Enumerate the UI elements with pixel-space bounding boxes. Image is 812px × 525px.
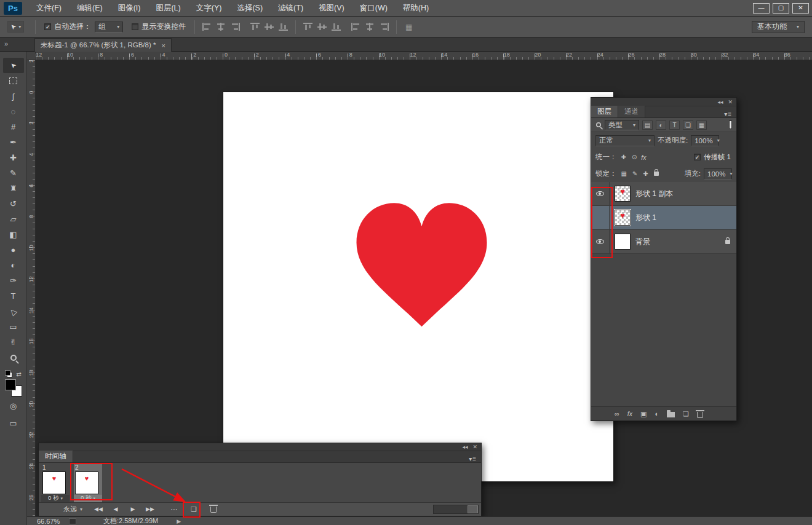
tool-preset-button[interactable]: ➤ ▾ xyxy=(7,21,24,33)
align-vertical-centers-icon[interactable] xyxy=(263,20,276,33)
frame-2[interactable]: 2 0 秒 xyxy=(74,464,102,502)
maximize-button[interactable]: ▢ xyxy=(773,3,789,14)
menu-view[interactable]: 视图(V) xyxy=(313,1,350,15)
next-frame-button[interactable]: ▶▶ xyxy=(143,506,157,512)
layer-mask-icon[interactable]: ▣ xyxy=(640,410,647,418)
menu-type[interactable]: 文字(Y) xyxy=(191,1,228,15)
blend-mode-dropdown[interactable]: 正常 xyxy=(595,135,655,146)
menu-window[interactable]: 窗口(W) xyxy=(354,1,393,15)
menu-select[interactable]: 选择(S) xyxy=(231,1,268,15)
panel-collapse-icon[interactable]: ◂◂ xyxy=(717,99,723,105)
horizontal-type-tool[interactable]: T xyxy=(3,288,24,304)
lock-pixels-icon[interactable]: ✎ xyxy=(632,170,637,177)
tab-close-icon[interactable]: × xyxy=(161,42,165,49)
workspace-switcher[interactable]: 基本功能 xyxy=(752,21,805,33)
menu-layer[interactable]: 图层(L) xyxy=(150,1,186,15)
app-logo[interactable]: Ps xyxy=(4,2,22,15)
gradient-tool[interactable]: ◧ xyxy=(3,227,24,242)
layer-filter-toggle[interactable] xyxy=(729,120,732,129)
layer-row-shape1-copy[interactable]: 形状 1 副本 xyxy=(591,182,736,206)
unify-style-icon[interactable]: fx xyxy=(641,154,646,161)
layer-visibility-toggle[interactable] xyxy=(591,230,610,253)
new-group-icon[interactable] xyxy=(667,412,675,417)
distribute-left-edges-icon[interactable] xyxy=(349,20,362,33)
auto-align-layers-icon[interactable]: ▦ xyxy=(402,20,415,33)
propagate-frame-checkbox[interactable]: 传播帧 1 xyxy=(694,152,731,162)
layer-thumbnail[interactable] xyxy=(615,210,631,226)
loop-count-dropdown[interactable]: 永远 xyxy=(63,505,82,514)
unify-visibility-icon[interactable]: ⊙ xyxy=(632,154,637,160)
auto-select-target-dropdown[interactable]: 组 xyxy=(95,22,123,33)
crop-tool[interactable]: # xyxy=(3,119,24,135)
filter-shape-layers-icon[interactable]: ❏ xyxy=(683,120,693,130)
zoom-level-field[interactable]: 66.67% xyxy=(37,518,69,525)
rectangular-marquee-tool[interactable] xyxy=(3,73,24,89)
screen-mode-button[interactable]: ▭ xyxy=(3,416,24,431)
duplicate-frame-button[interactable]: ❏ xyxy=(187,505,201,513)
history-brush-tool[interactable]: ↺ xyxy=(3,196,24,211)
path-selection-tool[interactable]: ◁ xyxy=(3,304,24,319)
status-expand-icon[interactable]: ▶ xyxy=(177,518,181,524)
collapse-panels-icon[interactable]: » xyxy=(4,40,8,47)
align-top-edges-icon[interactable] xyxy=(249,20,261,33)
adjustment-layer-icon[interactable]: ◐ xyxy=(655,410,659,417)
lock-position-icon[interactable]: ✚ xyxy=(643,170,648,177)
filter-type-dropdown[interactable]: 类型 xyxy=(605,120,639,130)
minimize-button[interactable]: — xyxy=(753,3,770,14)
tween-button[interactable]: ⋯ xyxy=(167,505,181,513)
lock-transparency-icon[interactable]: ▦ xyxy=(621,170,627,177)
dodge-tool[interactable]: ◐ xyxy=(3,258,24,273)
panel-close-icon[interactable]: ✕ xyxy=(728,99,733,105)
layer-thumbnail[interactable] xyxy=(615,186,631,202)
tab-timeline[interactable]: 时间轴 xyxy=(39,451,73,462)
shape-tool[interactable]: ▭ xyxy=(3,319,24,334)
distribute-vertical-centers-icon[interactable] xyxy=(316,20,328,33)
close-button[interactable]: ✕ xyxy=(792,3,809,14)
panel-close-icon[interactable]: ✕ xyxy=(472,444,477,450)
align-right-edges-icon[interactable] xyxy=(229,20,242,33)
first-frame-button[interactable]: ◀◀ xyxy=(91,506,106,512)
swap-colors-icon[interactable]: ⇄ xyxy=(16,371,21,377)
fill-dropdown[interactable]: 100% xyxy=(704,168,732,180)
scrollbar-thumb[interactable] xyxy=(468,505,478,513)
frame-thumbnail[interactable] xyxy=(75,472,98,494)
frame-delay-dropdown[interactable]: 0 秒 xyxy=(74,495,102,502)
layer-visibility-toggle[interactable] xyxy=(591,182,610,205)
tab-layers[interactable]: 图层 xyxy=(591,106,618,117)
menu-image[interactable]: 图像(I) xyxy=(113,1,146,15)
distribute-horizontal-centers-icon[interactable] xyxy=(364,20,376,33)
layer-visibility-toggle[interactable] xyxy=(591,206,610,229)
pen-tool[interactable]: ✑ xyxy=(3,273,24,288)
auto-select-checkbox[interactable]: 自动选择： xyxy=(44,22,91,32)
lock-all-icon[interactable] xyxy=(654,172,659,176)
brush-tool[interactable]: ✎ xyxy=(3,165,24,181)
zoom-tool[interactable] xyxy=(3,350,24,365)
eyedropper-tool[interactable]: ✒ xyxy=(3,135,24,150)
vertical-ruler[interactable]: 202468101214161820222426 xyxy=(27,60,36,516)
timeline-scrollbar[interactable] xyxy=(433,505,479,514)
frame-1[interactable]: 1 0 秒 xyxy=(41,464,70,502)
frame-delay-dropdown[interactable]: 0 秒 xyxy=(41,495,70,502)
layer-row-background[interactable]: 背景 xyxy=(591,230,736,254)
link-layers-icon[interactable]: ∞ xyxy=(615,410,619,417)
filter-type-layers-icon[interactable]: T xyxy=(669,120,680,130)
move-tool[interactable]: ➤ xyxy=(3,58,24,73)
menu-filter[interactable]: 滤镜(T) xyxy=(273,1,309,15)
eraser-tool[interactable]: ▱ xyxy=(3,211,24,227)
delete-frame-button[interactable] xyxy=(207,505,220,514)
align-horizontal-centers-icon[interactable] xyxy=(215,20,228,33)
show-transform-checkbox[interactable]: 显示变换控件 xyxy=(132,22,186,32)
foreground-color-swatch[interactable] xyxy=(5,379,16,390)
align-bottom-edges-icon[interactable] xyxy=(277,20,290,33)
clone-stamp-tool[interactable]: ♜ xyxy=(3,181,24,196)
align-left-edges-icon[interactable] xyxy=(201,20,213,33)
default-colors-icon[interactable] xyxy=(5,370,12,377)
distribute-bottom-edges-icon[interactable] xyxy=(330,20,343,33)
filter-adjustment-layers-icon[interactable]: ◐ xyxy=(656,120,666,130)
play-button[interactable]: ▶ xyxy=(125,506,140,512)
panel-menu-icon[interactable]: ▾≡ xyxy=(724,111,732,117)
document-tab[interactable]: 未标题-1 @ 66.7% (形状 1, RGB/8) * × xyxy=(34,38,172,52)
horizontal-ruler[interactable]: 1210864202468101214161820222426283032343… xyxy=(36,52,812,60)
filter-pixel-layers-icon[interactable]: ▤ xyxy=(642,120,653,130)
panel-collapse-icon[interactable]: ◂◂ xyxy=(462,444,468,450)
